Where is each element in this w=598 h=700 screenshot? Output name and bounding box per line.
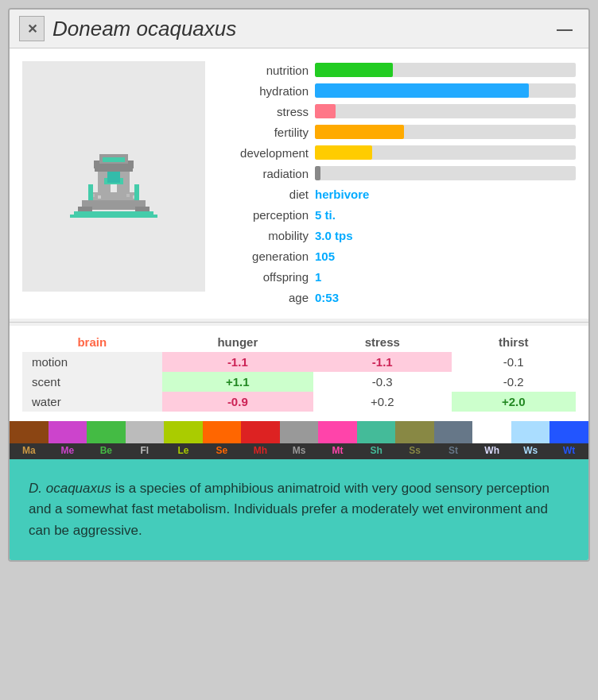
col-header-stress: stress [313,332,452,352]
stat-row-mobility: mobility 3.0 tps [221,226,576,244]
color-strip-item[interactable] [280,421,319,443]
row-stress-water: +0.2 [313,392,452,412]
divider-1 [10,322,588,323]
color-strip-item[interactable] [549,421,588,443]
stat-row-diet: diet herbivore [221,185,576,203]
color-strip-item[interactable] [241,421,280,443]
stat-row-stress: stress [221,102,576,120]
stat-bar-stress [315,104,576,118]
svg-rect-14 [103,157,125,162]
color-label[interactable]: Ma [10,445,49,456]
bar-fill-stress [315,104,336,118]
color-label[interactable]: Mh [241,445,280,456]
table-header-row: brain hunger stress thirst [22,332,576,352]
description-panel: D. ocaquaxus is a species of amphibious … [10,459,588,560]
color-label[interactable]: Le [164,445,203,456]
stats-panel: nutrition hydration stress fertility [221,61,576,306]
main-content: nutrition hydration stress fertility [10,48,588,319]
stat-row-radiation: radiation [221,164,576,182]
window-title: Doneam ocaquaxus [52,17,236,41]
row-thirst-motion: -0.1 [452,352,576,372]
row-name-water: water [22,392,162,412]
color-strip [10,421,588,443]
color-strip-item[interactable] [87,421,126,443]
color-strip-item[interactable] [318,421,357,443]
color-label[interactable]: Ss [395,445,434,456]
color-label[interactable]: Wh [472,445,511,456]
stat-row-perception: perception 5 ti. [221,206,576,223]
color-label[interactable]: Ws [511,445,550,456]
row-thirst-water: +2.0 [452,392,576,412]
bar-fill-radiation [315,166,320,180]
stat-value-perception: 5 ti. [315,208,336,222]
stat-bar-radiation [315,166,576,180]
brain-table: brain hunger stress thirst motion -1.1 -… [22,332,576,412]
row-hunger-water: -0.9 [162,392,313,412]
row-stress-scent: -0.3 [313,372,452,392]
color-label[interactable]: Se [203,445,242,456]
stat-bar-hydration [315,83,576,98]
stat-label-stress: stress [221,105,309,118]
stat-label-mobility: mobility [221,229,309,242]
color-strip-item[interactable] [395,421,434,443]
table-row: water -0.9 +0.2 +2.0 [22,392,576,412]
color-strip-item[interactable] [126,421,165,443]
stat-label-fertility: fertility [221,126,309,139]
svg-rect-16 [98,195,101,199]
color-strip-item[interactable] [164,421,203,443]
row-thirst-scent: -0.2 [452,372,576,392]
stat-row-hydration: hydration [221,82,576,99]
color-strip-item[interactable] [49,421,87,443]
stat-label-hydration: hydration [221,84,309,98]
row-name-motion: motion [22,352,162,372]
close-button[interactable]: ✕ [19,16,45,41]
stat-row-fertility: fertility [221,123,576,141]
svg-rect-11 [107,172,120,183]
stat-row-nutrition: nutrition [221,61,576,79]
color-strip-item[interactable] [472,421,511,443]
color-label[interactable]: Sh [357,445,396,456]
row-name-scent: scent [22,372,162,392]
stat-value-mobility: 3.0 tps [315,229,353,242]
stat-value-diet: herbivore [315,188,369,201]
main-window: ✕ Doneam ocaquaxus — [8,8,590,562]
stat-label-perception: perception [221,208,309,222]
color-label[interactable]: Be [87,445,126,456]
creature-image [22,61,205,292]
color-label[interactable]: Me [49,445,87,456]
color-strip-item[interactable] [10,421,49,443]
stat-value-offspring: 1 [315,270,321,284]
color-label[interactable]: Wt [549,445,588,456]
table-row: motion -1.1 -1.1 -0.1 [22,352,576,372]
col-header-brain: brain [22,332,162,352]
bar-fill-fertility [315,125,404,139]
color-label[interactable]: Fl [126,445,165,456]
stat-row-development: development [221,144,576,161]
color-labels: MaMeBeFlLeSeMhMsMtShSsStWhWsWt [10,443,588,459]
stat-value-generation: 105 [315,249,335,263]
svg-rect-19 [88,184,93,200]
row-hunger-scent: +1.1 [162,372,313,392]
svg-rect-17 [126,194,130,197]
bar-fill-development [315,145,372,160]
color-strip-item[interactable] [203,421,242,443]
svg-rect-20 [134,184,139,200]
stat-row-generation: generation 105 [221,247,576,265]
color-strip-item[interactable] [434,421,473,443]
minimize-button[interactable]: — [550,20,579,38]
description-text: D. ocaquaxus is a species of amphibious … [29,478,569,541]
row-stress-motion: -1.1 [313,352,452,372]
stat-label-nutrition: nutrition [221,64,309,77]
color-label[interactable]: St [434,445,473,456]
stat-label-development: development [221,146,309,160]
stat-label-diet: diet [221,188,309,201]
color-label[interactable]: Mt [318,445,357,456]
stat-label-offspring: offspring [221,270,309,284]
stat-row-offspring: offspring 1 [221,268,576,285]
svg-rect-5 [70,215,157,218]
species-name: D. ocaquaxus [29,481,111,496]
color-label[interactable]: Ms [280,445,319,456]
creature-sprite [50,113,177,240]
color-strip-item[interactable] [511,421,550,443]
color-strip-item[interactable] [357,421,396,443]
